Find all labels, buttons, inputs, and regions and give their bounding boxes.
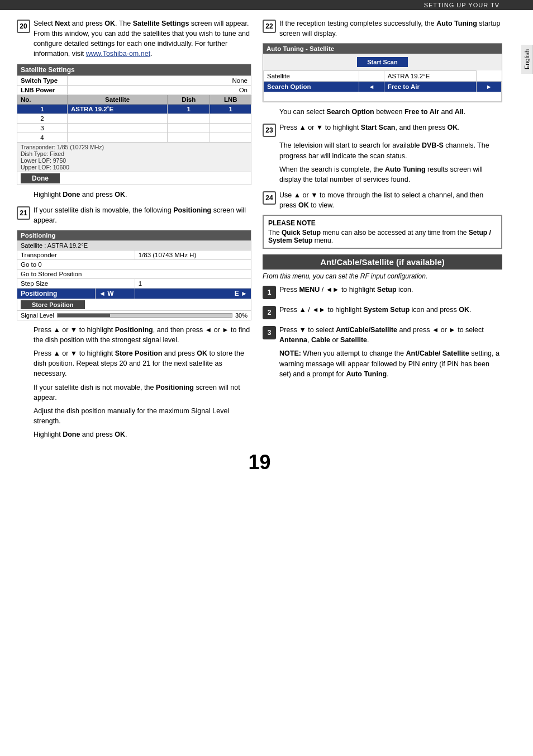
start-scan-button[interactable]: Start Scan: [357, 57, 407, 67]
pos-store-row: Store Position: [17, 299, 251, 310]
table-row-4: 4: [17, 133, 251, 142]
positioning-table: Positioning Satellite : ASTRA 19.2°E Tra…: [17, 230, 251, 320]
toshiba-link[interactable]: www.Toshiba-om.net: [86, 50, 150, 58]
at-search-row: Search Option ◄ Free to Air ►: [264, 82, 502, 92]
ant-step-3-circle: 3: [263, 326, 276, 339]
please-note-box: PLEASE NOTE The Quick Setup menu can als…: [263, 215, 502, 249]
top-bar-text: SETTING UP YOUR TV: [424, 2, 499, 8]
step-21-para1: Press ▲ or ▼ to highlight Positioning, a…: [34, 325, 251, 345]
lnb-power-row: LNB Power On: [17, 85, 251, 94]
step-23-para2: When the search is complete, the Auto Tu…: [279, 164, 502, 185]
table-row-3: 3: [17, 123, 251, 133]
signal-bar-container: Signal Level 30%: [21, 312, 248, 319]
step-21-para4: Adjust the dish position manually for th…: [34, 406, 251, 426]
pos-step-size-row: Step Size 1: [17, 278, 251, 288]
step-20-text: Select Next and press OK. The Satellite …: [34, 18, 251, 59]
signal-bar-bg: [57, 313, 232, 318]
step-24-text: Use ▲ or ▼ to move through the list to s…: [279, 190, 502, 210]
ant-step-2-header: 2 Press ▲ / ◄► to highlight System Setup…: [263, 305, 502, 319]
auto-tuning-box: Auto Tuning - Satellite Start Scan Satel…: [263, 43, 502, 102]
section-italic: From this menu, you can set the RF input…: [263, 272, 502, 280]
sat-title-row: Satellite Settings: [17, 64, 251, 75]
auto-tune-title: Auto Tuning - Satellite: [263, 44, 502, 54]
step-23-block: 23 Press ▲ or ▼ to highlight Start Scan,…: [263, 122, 502, 185]
ant-step-2-text: Press ▲ / ◄► to highlight System Setup i…: [279, 305, 502, 315]
ant-step-2-block: 2 Press ▲ / ◄► to highlight System Setup…: [263, 305, 502, 319]
step-24-circle: 24: [263, 191, 276, 205]
two-col-layout: 20 Select Next and press OK. The Satelli…: [17, 18, 502, 445]
pos-satellite-row: Satellite : ASTRA 19.2°E: [17, 240, 251, 250]
step-22-block: 22 If the reception testing completes su…: [263, 18, 502, 117]
main-content: 20 Select Next and press OK. The Satelli…: [0, 10, 533, 483]
ant-step-3-text: Press ▼ to select Ant/Cable/Satellite an…: [279, 325, 502, 345]
right-column: 22 If the reception testing completes su…: [263, 18, 502, 445]
step-22-header: 22 If the reception testing completes su…: [263, 18, 502, 39]
step-23-text: Press ▲ or ▼ to highlight Start Scan, an…: [279, 122, 502, 133]
step-22-circle: 22: [263, 20, 276, 33]
top-bar: SETTING UP YOUR TV: [0, 0, 533, 10]
info-row: Transponder: 1/85 (10729 MHz) Dish Type:…: [17, 142, 251, 172]
signal-bar-fill: [58, 314, 110, 317]
ant-step-2-circle: 2: [263, 306, 276, 319]
step-23-circle: 23: [263, 124, 276, 137]
step-20-block: 20 Select Next and press OK. The Satelli…: [17, 18, 251, 200]
step-21-header: 21 If your satellite dish is movable, th…: [17, 205, 251, 225]
signal-percent: 30%: [235, 312, 248, 319]
please-note-title: PLEASE NOTE: [268, 219, 497, 227]
table-header-row: No. Satellite Dish LNB: [17, 94, 251, 104]
step-20-header: 20 Select Next and press OK. The Satelli…: [17, 18, 251, 59]
pos-title-row: Positioning: [17, 230, 251, 240]
ant-step-1-header: 1 Press MENU / ◄► to highlight Setup ico…: [263, 285, 502, 299]
done-button[interactable]: Done: [21, 173, 60, 183]
pos-direction-row: Positioning ◄ W E ►: [17, 288, 251, 299]
step-21-para5: Highlight Done and press OK.: [34, 429, 251, 440]
ant-step-1-text: Press MENU / ◄► to highlight Setup icon.: [279, 285, 502, 295]
step-21-block: 21 If your satellite dish is movable, th…: [17, 205, 251, 440]
step-21-para2: Press ▲ or ▼ to highlight Store Position…: [34, 348, 251, 379]
pos-signal-row: Signal Level 30%: [17, 310, 251, 320]
ant-step-1-circle: 1: [263, 286, 276, 299]
ant-step-1-block: 1 Press MENU / ◄► to highlight Setup ico…: [263, 285, 502, 299]
at-empty-row: [264, 92, 502, 102]
pos-transponder-row: Transponder 1/83 (10743 MHz H): [17, 250, 251, 259]
step-23-para1: The television will start to search for …: [279, 140, 502, 160]
store-position-button[interactable]: Store Position: [21, 300, 85, 309]
auto-tune-table: Satellite ASTRA 19.2°E Search Option ◄ F…: [263, 70, 502, 102]
done-row: Done: [17, 172, 251, 185]
ant-step-3-note: NOTE: When you attempt to change the Ant…: [279, 348, 502, 379]
step-22-text: If the reception testing completes succe…: [279, 18, 502, 39]
section-heading: Ant/Cable/Satellite (if available): [263, 254, 502, 270]
ant-step-3-header: 3 Press ▼ to select Ant/Cable/Satellite …: [263, 325, 502, 345]
step-21-circle: 21: [17, 206, 30, 220]
pos-goto-stored-row: Go to Stored Position: [17, 269, 251, 278]
step-20-highlight-text: Highlight Done and press OK.: [34, 190, 251, 200]
at-scan-row: Start Scan: [263, 54, 502, 70]
step-20-circle: 20: [17, 20, 30, 33]
step-21-para3: If your satellite dish is not movable, t…: [34, 382, 251, 403]
page-number: 19: [17, 445, 502, 477]
satellite-settings-table: Satellite Settings Switch Type None LNB …: [17, 64, 251, 185]
left-column: 20 Select Next and press OK. The Satelli…: [17, 18, 251, 445]
pos-goto0-row: Go to 0: [17, 259, 251, 269]
step-21-text: If your satellite dish is movable, the f…: [34, 205, 251, 225]
step-22-note: You can select Search Option between Fre…: [279, 107, 502, 117]
table-row-1: 1 ASTRA 19.2˚E 1 1: [17, 104, 251, 114]
please-note-text: The Quick Setup menu can also be accesse…: [268, 229, 497, 244]
switch-type-row: Switch Type None: [17, 75, 251, 85]
ant-step-3-block: 3 Press ▼ to select Ant/Cable/Satellite …: [263, 325, 502, 379]
step-24-block: 24 Use ▲ or ▼ to move through the list t…: [263, 190, 502, 249]
signal-label: Signal Level: [21, 312, 54, 319]
at-satellite-row: Satellite ASTRA 19.2°E: [264, 71, 502, 82]
table-row-2: 2: [17, 114, 251, 123]
step-24-header: 24 Use ▲ or ▼ to move through the list t…: [263, 190, 502, 210]
step-23-header: 23 Press ▲ or ▼ to highlight Start Scan,…: [263, 122, 502, 137]
